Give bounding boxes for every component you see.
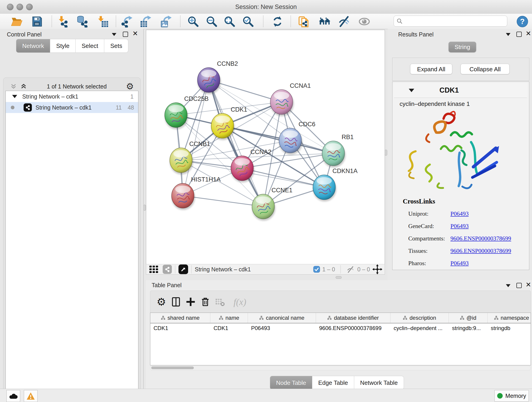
export-table-icon [139,16,152,27]
refresh-view-button[interactable] [271,15,284,28]
share-view-icon[interactable] [163,265,172,274]
table-cell[interactable]: cyclin–dependent ... [390,325,449,332]
table-cell[interactable]: stringdb:9... [449,325,488,332]
panel-menu-caret-icon[interactable] [112,33,116,36]
table-cell[interactable]: stringdb [488,325,531,332]
cloud-status-button[interactable] [6,390,20,402]
zoom-in-button[interactable] [187,15,200,28]
crosslink-label: Pharos: [408,260,426,267]
table-cell[interactable]: CDK1 [150,325,210,332]
network-edge-cdk1-rb1[interactable] [222,126,333,153]
show-graphics-button[interactable] [358,15,371,28]
add-column-icon[interactable] [183,294,198,309]
crosslink-row: Compartments:9606.ENSP00000378699 [408,235,527,242]
string-home-button[interactable] [318,15,331,28]
results-float-button[interactable] [516,32,522,37]
tree-expand-icon[interactable] [12,95,17,98]
import-network-from-database-button[interactable] [76,15,89,28]
refresh-icon [272,16,283,27]
tab-edge-table[interactable]: Edge Table [312,376,354,390]
column-header-description[interactable]: description [390,313,449,323]
crosslink-genecard[interactable]: P06493 [450,223,469,230]
search-input[interactable] [405,18,502,25]
tab-node-table[interactable]: Node Table [270,376,312,390]
table-cell[interactable]: CDK1 [210,325,248,332]
column-header-shared-name[interactable]: shared name [150,313,210,323]
import-network-button[interactable] [56,15,69,28]
crosslink-tissues[interactable]: 9606.ENSP00000378699 [450,248,511,254]
bottom-splitter-handle[interactable] [336,276,342,279]
crosslink-uniprot[interactable]: P06493 [450,211,469,217]
expand-all-icon[interactable] [20,83,27,90]
results-menu-caret-icon[interactable] [506,33,510,36]
column-header-canonical-name[interactable]: canonical name [248,313,316,323]
tab-sets[interactable]: Sets [104,39,128,53]
scrollbar-thumb[interactable] [151,366,194,369]
crosslink-compartments[interactable]: 9606.ENSP00000378699 [450,235,511,242]
tab-network-table[interactable]: Network Table [354,376,404,390]
column-header-@id[interactable]: @id [449,313,488,323]
tab-style[interactable]: Style [50,39,76,53]
open-session-button[interactable] [10,15,23,28]
expand-all-button[interactable]: Expand All [410,64,452,74]
export-table-button[interactable] [139,15,152,28]
network-collection-row[interactable]: String Network – cdk1 1 [6,91,138,102]
help-button[interactable]: ? [516,15,529,28]
grid-view-icon[interactable] [149,265,159,274]
results-close-button[interactable]: ✕ [526,31,531,36]
tab-string[interactable]: String [449,42,476,52]
protein-card-header[interactable]: CDK1 [394,83,527,98]
zoom-selected-button[interactable] [242,15,254,28]
column-header-name[interactable]: name [210,313,248,323]
panel-float-button[interactable] [123,32,128,37]
save-session-button[interactable] [31,15,43,28]
import-table-button[interactable] [96,15,109,28]
column-header-database-identifier[interactable]: database identifier [316,313,390,323]
card-collapse-caret-icon[interactable] [409,89,414,92]
network-edge-ccna2-cdkn1a[interactable] [242,168,324,187]
main-toolbar: ? [0,14,532,29]
table-close-button[interactable]: ✕ [526,282,531,287]
show-columns-icon[interactable] [169,294,183,309]
zoom-selected-icon [242,16,254,27]
search-field[interactable] [394,16,507,27]
network-canvas[interactable]: CCNB2CCNA1CDC25BCDK1CDC6RB1CCNB1CCNA2CDK… [146,30,385,264]
panel-close-button[interactable]: ✕ [133,31,138,36]
crosslink-pharos[interactable]: P06493 [450,260,469,267]
fit-content-crosshair-icon[interactable] [372,264,382,274]
table-menu-caret-icon[interactable] [506,284,510,287]
table-row[interactable]: CDK1CDK1P064939606.ENSP00000378699cyclin… [150,323,531,333]
network-node-label-CDKN1A: CDKN1A [332,167,358,174]
table-float-button[interactable] [516,283,522,288]
birdseye-view-toggle[interactable] [178,264,188,274]
table-horizontal-scrollbar[interactable] [150,366,531,370]
warning-status-button[interactable] [24,390,38,402]
delete-column-trash-icon[interactable] [198,294,213,309]
export-image-button[interactable] [159,15,172,28]
node-gloss-highlight [201,70,216,77]
memory-button[interactable]: Memory [494,390,529,402]
delete-table-icon-disabled [213,294,227,309]
network-edge-ccnb2-ccne1[interactable] [209,80,263,206]
right-splitter-handle[interactable] [385,150,387,156]
gear-icon[interactable]: ⚙ [126,81,134,91]
hidden-eye-slash-icon[interactable] [346,266,355,273]
clone-network-button[interactable] [298,15,311,28]
hide-graphics-button[interactable] [338,15,351,28]
network-row-selected[interactable]: String Network – cdk1 11 48 [6,102,138,113]
left-splitter-handle[interactable] [143,205,146,211]
column-header-namespace[interactable]: namespace [488,313,531,323]
table-cell[interactable]: 9606.ENSP00000378699 [316,325,390,332]
export-network-button[interactable] [120,15,133,28]
network-graph[interactable]: CCNB2CCNA1CDC25BCDK1CDC6RB1CCNB1CCNA2CDK… [146,30,385,264]
tab-select[interactable]: Select [76,39,104,53]
selected-checkbox-icon[interactable] [313,266,320,273]
tab-network[interactable]: Network [16,39,50,53]
zoom-fit-button[interactable] [223,15,236,28]
collapse-all-icon[interactable] [10,83,17,90]
collapse-all-button[interactable]: Collapse All [461,64,510,74]
table-cell[interactable]: P06493 [248,325,316,332]
table-settings-gear-icon[interactable]: ⚙ [154,294,169,309]
crosslink-row: GeneCard:P06493 [408,223,527,230]
zoom-out-button[interactable] [205,15,218,28]
